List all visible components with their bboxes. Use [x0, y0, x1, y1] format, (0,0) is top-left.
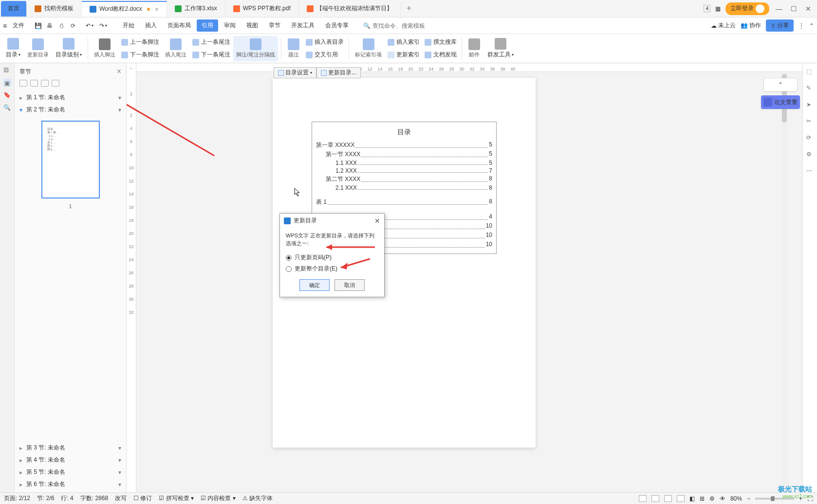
float-collapse[interactable]: ⌃ [763, 78, 798, 91]
menu-icon[interactable]: ▾ [118, 481, 121, 488]
select-icon[interactable]: ➤ [806, 101, 814, 109]
rtab-layout[interactable]: 页面布局 [163, 19, 196, 32]
tree-item[interactable]: ▸第 5 节: 未命名▾ [15, 466, 126, 478]
doc-search[interactable]: 撰文搜库 [425, 36, 457, 48]
refresh-icon[interactable]: ⟳ [68, 21, 78, 31]
rail-search-icon[interactable]: 🔍 [3, 104, 11, 112]
cancel-button[interactable]: 取消 [334, 279, 365, 291]
bookmark-icon[interactable]: 🔖 [3, 91, 11, 99]
status-content[interactable]: ☑ 内容检查 ▾ [201, 494, 236, 503]
status-words[interactable]: 字数: 2868 [80, 494, 108, 503]
style-icon[interactable]: ⬚ [806, 68, 814, 76]
pen-icon[interactable]: ✎ [806, 85, 814, 92]
save-icon[interactable]: 💾 [33, 21, 43, 31]
print-icon[interactable]: 🖶 [45, 21, 55, 31]
menu-icon[interactable]: ≡ [3, 22, 7, 30]
grid-icon[interactable]: ▦ [715, 5, 721, 12]
menu-icon[interactable]: ▾ [118, 469, 121, 476]
status-row[interactable]: 行: 4 [61, 494, 73, 503]
tree-item[interactable]: ▸第 4 节: 未命名▾ [15, 454, 126, 466]
share-button[interactable]: ⇪分享 [766, 19, 794, 32]
close-icon[interactable]: × [155, 5, 159, 13]
update-index[interactable]: 更新索引 [388, 49, 420, 61]
insert-fig-toc[interactable]: 插入表目录 [306, 36, 344, 48]
toc-settings-button[interactable]: 目录设置▾ [274, 67, 316, 78]
update-toc-button[interactable]: 更新目录 [24, 36, 52, 61]
status-page[interactable]: 页面: 2/12 [4, 494, 30, 503]
tab-template[interactable]: 找稻壳模板 [27, 1, 82, 17]
tab-home[interactable]: 首页 [1, 1, 27, 17]
toc-level-button[interactable]: 目录级别▾ [53, 36, 85, 61]
collab-button[interactable]: 👥 协作 [741, 21, 761, 30]
zoom-value[interactable]: 80% [730, 495, 742, 502]
group-tool-button[interactable]: 群发工具▾ [484, 36, 517, 61]
ok-button[interactable]: 确定 [299, 279, 330, 291]
tree-item[interactable]: ▸第 1 节: 未命名▾ [15, 91, 126, 104]
view-web-icon[interactable] [664, 495, 672, 502]
radio-page-numbers[interactable]: 只更新页码(P) [286, 252, 378, 263]
nav-tool-collapse[interactable] [30, 80, 38, 87]
nav-tool-expand[interactable] [19, 80, 27, 87]
more-icon[interactable]: ⋮ [798, 22, 804, 29]
tree-menu-icon[interactable]: ▾ [118, 107, 121, 113]
clip-icon[interactable]: ✂ [806, 118, 814, 126]
search-input[interactable] [372, 22, 441, 29]
minimize-button[interactable]: — [774, 4, 784, 14]
status-spell[interactable]: ☑ 拼写检查 ▾ [159, 494, 194, 503]
gear-icon[interactable]: ⚙ [806, 151, 814, 159]
insert-footnote-button[interactable]: 插入脚注 [91, 36, 118, 61]
rtab-review[interactable]: 审阅 [219, 19, 241, 32]
redo-button[interactable]: ↷ [99, 22, 104, 29]
redo-dropdown[interactable]: ▾ [105, 23, 107, 28]
rtab-vip[interactable]: 会员专享 [320, 19, 353, 32]
tab-word-doc[interactable]: Word教程2.docx× [82, 1, 167, 17]
prev-endnote[interactable]: 上一条尾注 [192, 36, 230, 48]
badge-icon[interactable]: 4 [704, 5, 710, 12]
status-track[interactable]: ☐ 修订 [133, 494, 152, 503]
nav-close-icon[interactable]: × [117, 67, 121, 76]
rtab-insert[interactable]: 插入 [140, 19, 162, 32]
nav-tool-add[interactable] [41, 80, 49, 87]
more-tools-icon[interactable]: ⋯ [806, 167, 814, 175]
undo-dropdown[interactable]: ▾ [92, 23, 93, 28]
nav-icon[interactable]: ▣ [3, 79, 11, 87]
toc-button[interactable]: 目录▾ [3, 36, 23, 61]
command-search[interactable]: 🔍 [363, 22, 441, 29]
toc-update-button[interactable]: 更新目录... [316, 67, 361, 78]
insert-index[interactable]: 插入索引 [388, 36, 420, 48]
cross-ref[interactable]: 交叉引用 [306, 49, 344, 61]
cloud-status[interactable]: ☁未上云 [711, 21, 736, 30]
vertical-scrollbar[interactable] [781, 72, 788, 492]
close-button[interactable]: ✕ [803, 4, 813, 14]
rtab-dev[interactable]: 开发工具 [286, 19, 319, 32]
login-button[interactable]: 立即登录 [725, 2, 769, 15]
status-overwrite[interactable]: 改写 [115, 494, 127, 503]
tab-pdf[interactable]: WPS PPT教程.pdf [225, 1, 299, 17]
tab-sheet[interactable]: 工作簿3.xlsx [167, 1, 225, 17]
menu-icon[interactable]: ▾ [118, 457, 121, 464]
document-canvas[interactable]: ∟ 64224681012141618202224262830323436384… [127, 63, 802, 492]
tree-item[interactable]: ▸第 6 节: 未命名▾ [15, 478, 126, 490]
mail-button[interactable]: 邮件 [465, 36, 483, 61]
insert-endnote-button[interactable]: 插入尾注 [162, 36, 189, 61]
view-page-icon[interactable] [639, 495, 647, 502]
doc-share[interactable]: 文档发现 [425, 49, 457, 61]
menu-icon[interactable]: ▾ [118, 445, 121, 451]
zoom-out[interactable]: − [747, 495, 750, 502]
tree-item[interactable]: ▸第 3 节: 未命名▾ [15, 442, 126, 454]
rtab-start[interactable]: 开始 [118, 19, 139, 32]
next-footnote[interactable]: 下一条脚注 [121, 49, 159, 61]
eye-icon[interactable]: 👁 [720, 495, 725, 502]
settings2-icon[interactable]: ⚙ [709, 495, 715, 502]
view-read-icon[interactable] [677, 495, 685, 502]
tab-ppt[interactable]: 【端午狂欢祝福浓情满节日】 [299, 1, 401, 17]
preview-icon[interactable]: ⎙ [56, 21, 66, 31]
mark-entry-button[interactable]: 标记索引项 [352, 36, 385, 61]
paper-check-button[interactable]: 论文查重 [761, 95, 800, 109]
status-section[interactable]: 节: 2/6 [37, 494, 54, 503]
dialog-close-button[interactable]: ✕ [374, 217, 380, 225]
prev-footnote[interactable]: 上一条脚注 [121, 36, 159, 48]
collapse-ribbon-icon[interactable]: ⌃ [809, 22, 814, 29]
ruler-vertical[interactable]: 22468101214161820222426283032 [127, 72, 136, 492]
outline-icon[interactable]: ▤ [3, 66, 11, 74]
